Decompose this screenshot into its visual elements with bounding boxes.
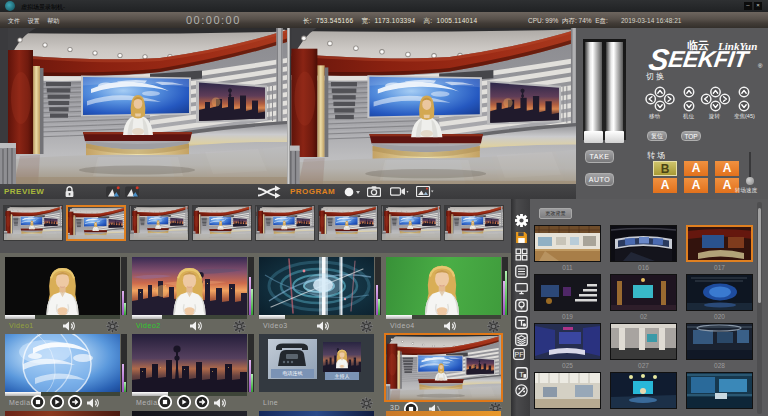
svg-text:PF: PF [515, 351, 524, 358]
svg-text:T: T [519, 370, 524, 379]
